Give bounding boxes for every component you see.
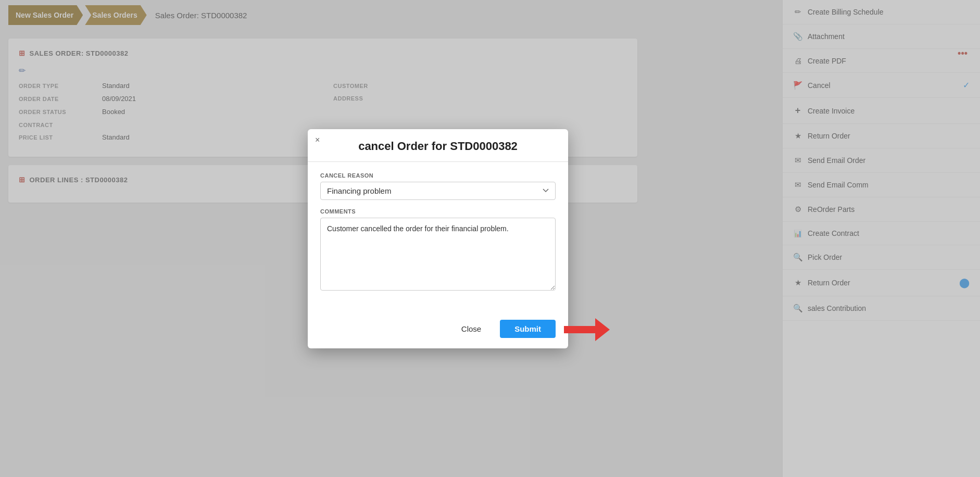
modal-footer: Close Submit (308, 311, 568, 348)
arrow-body (564, 326, 595, 333)
comments-label: COMMENTS (320, 208, 556, 215)
modal-header: × cancel Order for STD0000382 (308, 129, 568, 162)
modal-overlay: × cancel Order for STD0000382 CANCEL REA… (0, 0, 980, 477)
close-button[interactable]: Close (449, 320, 494, 338)
arrow-head (595, 318, 610, 341)
cancel-reason-label: CANCEL REASON (320, 172, 556, 179)
cancel-reason-group: CANCEL REASON Financing problem Customer… (320, 172, 556, 200)
comments-group: COMMENTS Customer cancelled the order fo… (320, 208, 556, 293)
modal-title: cancel Order for STD0000382 (320, 140, 556, 153)
modal-close-button[interactable]: × (315, 135, 320, 145)
red-arrow-indicator (564, 318, 610, 341)
cancel-order-modal: × cancel Order for STD0000382 CANCEL REA… (308, 129, 568, 348)
submit-button[interactable]: Submit (500, 320, 556, 338)
cancel-reason-select[interactable]: Financing problem Customer Request Prici… (320, 182, 556, 200)
modal-body: CANCEL REASON Financing problem Customer… (308, 162, 568, 311)
comments-textarea[interactable]: Customer cancelled the order for their f… (320, 218, 556, 291)
